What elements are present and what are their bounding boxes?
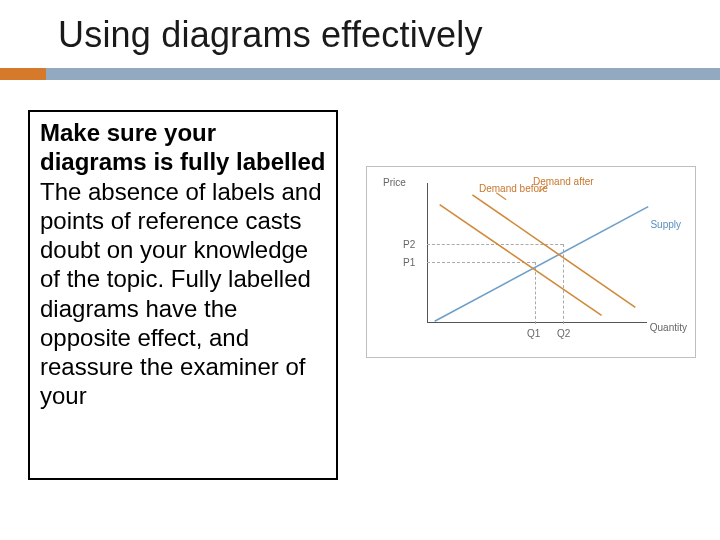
header-rule — [0, 68, 720, 80]
advice-heading: Make sure your diagrams is fully labelle… — [40, 119, 325, 175]
demand-after-line — [472, 195, 635, 308]
header-rule-accent — [0, 68, 46, 80]
header-rule-bar — [46, 68, 720, 80]
supply-demand-chart: Price Quantity Demand before Demand afte… — [366, 166, 696, 358]
chart-lines — [385, 177, 681, 343]
advice-textbox: Make sure your diagrams is fully labelle… — [28, 110, 338, 480]
advice-body: The absence of labels and points of refe… — [40, 178, 322, 410]
legend-tick-after — [539, 185, 548, 192]
legend-tick-before — [496, 193, 506, 200]
page-title: Using diagrams effectively — [58, 14, 720, 56]
demand-before-line — [440, 205, 602, 316]
